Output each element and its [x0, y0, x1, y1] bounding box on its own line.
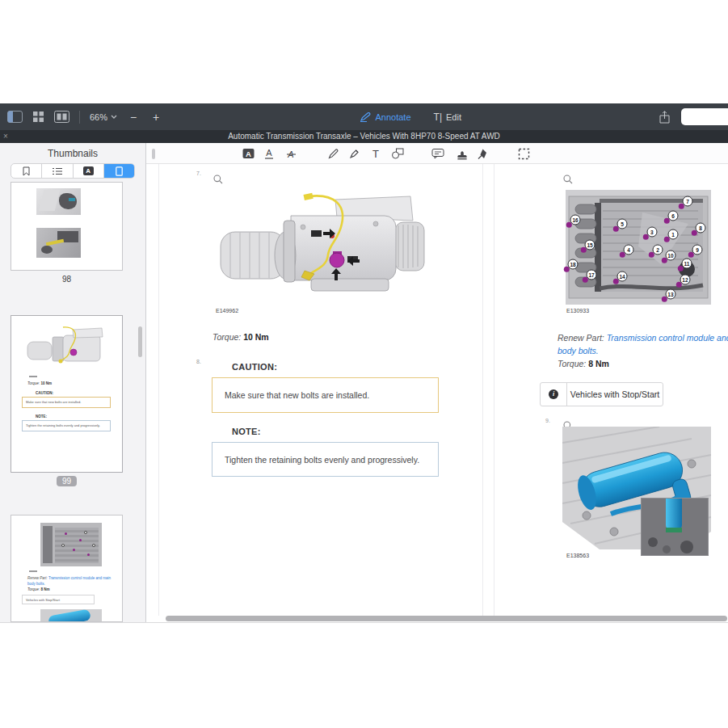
- thumb100-info-box: Vehicles with Stop/Start: [22, 595, 95, 604]
- note-tool-button[interactable]: [431, 147, 444, 160]
- note-box: Tighten the retaining bolts evenly and p…: [212, 442, 439, 477]
- search-input[interactable]: [681, 108, 728, 125]
- highlight-tool-button[interactable]: A: [242, 147, 255, 160]
- left-torque-spec: Torque: 10 Nm: [213, 332, 269, 342]
- callout-17: 17: [587, 269, 597, 280]
- sidebar-icon: [7, 111, 23, 123]
- callout-10: 10: [665, 250, 675, 260]
- edit-tab[interactable]: T| Edit: [434, 112, 461, 123]
- sign-tool-button[interactable]: [476, 147, 489, 160]
- marker-icon: [348, 148, 360, 160]
- shapes-icon: [391, 148, 404, 159]
- callout-8: 8: [696, 223, 706, 234]
- tab-annotations[interactable]: A: [74, 164, 104, 178]
- page-number-98: 98: [11, 275, 123, 284]
- thumb98-photo-1: [36, 188, 81, 215]
- text-tool-icon: T: [370, 148, 381, 160]
- thumbnail-page-99[interactable]: Torque: 10 Nm CAUTION: Make sure that ne…: [11, 315, 123, 473]
- note-bubble-icon: [431, 148, 444, 159]
- bookmark-icon: [23, 166, 30, 176]
- thumb99-caution-box: Make sure that new bolts are installed.: [22, 397, 111, 408]
- zoom-level-dropdown[interactable]: 66%: [90, 112, 117, 122]
- tab-thumbnails[interactable]: [104, 164, 134, 178]
- toc-list-icon: [53, 167, 62, 175]
- info-icon-cell: i: [541, 383, 567, 406]
- renew-part-link[interactable]: Transmission control module and main: [607, 333, 728, 343]
- figure2-magnifier-icon: [563, 175, 573, 184]
- horizontal-scrollbar[interactable]: [166, 616, 727, 621]
- sketch-tool-button[interactable]: [326, 147, 339, 160]
- tube-figure: [562, 427, 711, 558]
- left-page-edge: [158, 164, 159, 616]
- annotate-pen-icon: [360, 112, 371, 122]
- sidebar-scrollbar[interactable]: [138, 326, 142, 357]
- thumbnails-sidebar: Thumbnails A: [0, 143, 146, 622]
- callout-7: 7: [683, 196, 693, 207]
- thumb100-tube-image: [40, 609, 102, 622]
- main-area: A A A: [146, 143, 728, 622]
- thumb98-photo-2: [36, 228, 81, 258]
- thumbnail-page-98[interactable]: [11, 182, 123, 271]
- thumb99-figure-label: [29, 376, 37, 377]
- callout-13: 13: [665, 288, 675, 299]
- thumb100-renew-line1: Renew Part: Transmission control module …: [27, 576, 111, 580]
- stop-start-info-box[interactable]: i Vehicles with Stop/Start: [540, 382, 663, 406]
- draw-tool-button[interactable]: [347, 147, 360, 160]
- zoom-out-button[interactable]: −: [127, 111, 140, 124]
- callout-1: 1: [668, 229, 679, 239]
- transmission-figure: [214, 185, 432, 305]
- selection-tool-button[interactable]: [517, 147, 530, 160]
- document-title: Automatic Transmission Transaxle – Vehic…: [228, 132, 500, 141]
- sidebar-toggle-button[interactable]: [7, 111, 23, 123]
- callout-15: 15: [585, 240, 595, 250]
- figure3-label: E138563: [566, 553, 589, 558]
- figure1-magnifier-icon: [213, 175, 223, 184]
- annotate-tab[interactable]: Annotate: [360, 112, 411, 122]
- selection-icon: [518, 148, 530, 160]
- thumbnail-page-100[interactable]: Renew Part: Transmission control module …: [11, 515, 123, 622]
- figure1-label: E149962: [216, 308, 238, 314]
- step-7-number: 7.: [196, 170, 201, 176]
- shapes-tool-button[interactable]: [391, 147, 404, 160]
- thumbnail-grid-button[interactable]: [32, 111, 44, 123]
- callout-12: 12: [680, 275, 690, 285]
- text-tool-button[interactable]: T: [369, 147, 382, 160]
- edit-label: Edit: [446, 112, 461, 122]
- caution-heading: CAUTION:: [232, 362, 277, 372]
- thumbnail-grid-icon: [32, 111, 44, 123]
- app-toolbar: 66% − + Annotate T| Edit: [0, 103, 728, 130]
- annotate-label: Annotate: [376, 112, 411, 122]
- svg-text:A: A: [266, 148, 272, 158]
- underline-tool-button[interactable]: A: [263, 147, 276, 160]
- tab-bookmarks[interactable]: [11, 164, 42, 178]
- thumb99-caution-heading: CAUTION:: [36, 391, 53, 395]
- callout-6: 6: [668, 210, 679, 221]
- sidebar-view-tabs: A: [11, 163, 135, 179]
- stamp-tool-button[interactable]: [456, 147, 469, 160]
- page-gap-left-edge: [482, 164, 483, 616]
- tab-table-of-contents[interactable]: [42, 164, 73, 178]
- caution-text: Make sure that new bolts are installed.: [225, 390, 369, 400]
- document-viewport: 7.: [146, 164, 728, 616]
- thumb100-renew-line2: body bolts.: [27, 582, 45, 586]
- thumb99-transmission-image: [26, 324, 111, 371]
- contact-sheet-button[interactable]: [54, 111, 69, 123]
- callout-4: 4: [623, 244, 633, 255]
- zoom-in-button[interactable]: +: [149, 111, 162, 124]
- share-button[interactable]: [659, 111, 670, 124]
- sidebar-resize-handle[interactable]: [152, 149, 155, 159]
- annotations-a-icon: A: [83, 166, 94, 175]
- share-icon: [659, 111, 670, 124]
- highlight-text-icon: A: [242, 148, 255, 159]
- callout-18: 18: [568, 259, 579, 270]
- close-icon[interactable]: ×: [3, 130, 8, 143]
- page-icon: [116, 166, 123, 176]
- caution-box: Make sure that new bolts are installed.: [212, 377, 439, 413]
- thumb99-note-heading: NOTE:: [36, 414, 47, 419]
- callout-9: 9: [692, 244, 703, 255]
- window-bottom-edge: [0, 622, 728, 623]
- thumb99-note-box: Tighten the retaining bolts evenly and p…: [22, 420, 111, 431]
- step-8-number: 8.: [196, 359, 201, 364]
- strikethrough-tool-button[interactable]: A: [284, 147, 297, 160]
- thumb100-valvebody-image: [40, 523, 102, 566]
